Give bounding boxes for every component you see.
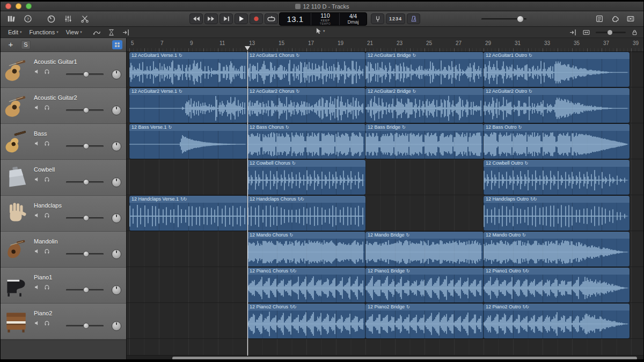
zoom-slider[interactable] bbox=[596, 32, 626, 33]
region-12-handclaps-verse-1[interactable]: 12 Handclaps Verse.1↻↻ bbox=[129, 196, 247, 231]
track-name[interactable]: Acoustic Guitar1 bbox=[34, 58, 77, 65]
track-pan-knob[interactable] bbox=[112, 321, 121, 331]
track-volume-slider[interactable] bbox=[66, 253, 104, 255]
menu-edit[interactable]: Edit▾ bbox=[8, 29, 21, 35]
lcd-display[interactable]: 13.1 110 KEEP TEMPO 4/4 Dmaj bbox=[279, 12, 367, 26]
track-volume-slider[interactable] bbox=[66, 73, 104, 75]
region-12-mando-bridge[interactable]: 12 Mando Bridge↻ bbox=[365, 232, 484, 267]
track-name[interactable]: Cowbell bbox=[34, 166, 55, 173]
region-12-acguitar1-verse-1[interactable]: 12 AcGuitar1 Verse.1↻ bbox=[129, 52, 247, 87]
lock-icon[interactable] bbox=[631, 29, 638, 36]
track-header-handclaps[interactable]: Handclaps bbox=[1, 196, 126, 232]
master-volume-thumb[interactable] bbox=[517, 16, 524, 23]
catch-icon[interactable] bbox=[122, 28, 130, 36]
region-12-cowbell-chorus[interactable]: 12 Cowbell Chorus↻ bbox=[247, 160, 365, 195]
track-header-acoustic-guitar1[interactable]: Acoustic Guitar1 bbox=[1, 52, 126, 88]
lcd-tempo[interactable]: 110 KEEP TEMPO bbox=[311, 13, 339, 25]
solo-headphones-icon[interactable] bbox=[44, 284, 50, 290]
close-button[interactable] bbox=[5, 3, 11, 9]
s-button[interactable]: S bbox=[21, 40, 31, 49]
track-volume-thumb[interactable] bbox=[83, 215, 89, 221]
quick-help-icon[interactable]: ? bbox=[24, 14, 32, 23]
record-button[interactable] bbox=[250, 13, 263, 24]
key-value[interactable]: Dmaj bbox=[347, 20, 358, 25]
pointer-tool-menu[interactable]: ▾ bbox=[314, 27, 325, 35]
track-volume-thumb[interactable] bbox=[83, 323, 89, 329]
mute-icon[interactable] bbox=[34, 320, 40, 326]
solo-headphones-icon[interactable] bbox=[44, 141, 50, 146]
track-pan-knob[interactable] bbox=[112, 142, 121, 151]
mute-icon[interactable] bbox=[34, 284, 40, 290]
region-12-piano1-chorus[interactable]: 12 Piano1 Chorus↻↻ bbox=[247, 268, 365, 302]
region-12-piano2-outro[interactable]: 12 Piano2 Outro↻↻ bbox=[484, 304, 630, 338]
tempo-value[interactable]: 110 bbox=[320, 13, 330, 19]
track-pan-knob[interactable] bbox=[112, 70, 121, 79]
region-12-handclaps-outro[interactable]: 12 Handclaps Outro↻↻ bbox=[484, 196, 630, 231]
region-12-bass-outro[interactable]: 12 Bass Outro↻ bbox=[484, 124, 630, 159]
catch-playhead-icon[interactable] bbox=[569, 28, 577, 36]
region-12-acguitar1-chorus[interactable]: 12 AcGuitar1 Chorus↻ bbox=[247, 52, 365, 87]
track-header-piano2[interactable]: Piano2 bbox=[1, 304, 126, 339]
solo-headphones-icon[interactable] bbox=[44, 176, 50, 182]
cycle-button[interactable] bbox=[265, 13, 278, 24]
track-name[interactable]: Mandolin bbox=[34, 238, 58, 245]
track-name[interactable]: Acoustic Guitar2 bbox=[34, 94, 77, 101]
track-header-bass[interactable]: Bass bbox=[1, 124, 126, 160]
lcd-position[interactable]: 13.1 bbox=[280, 13, 311, 25]
region-12-acguitar2-chorus[interactable]: 12 AcGuitar2 Chorus↻ bbox=[247, 88, 365, 123]
play-button[interactable] bbox=[235, 13, 248, 24]
region-12-mando-outro[interactable]: 12 Mando Outro↻ bbox=[484, 232, 630, 267]
track-volume-thumb[interactable] bbox=[83, 179, 89, 185]
track-name[interactable]: Piano1 bbox=[34, 274, 52, 280]
region-12-mando-chorus[interactable]: 12 Mando Chorus↻ bbox=[247, 232, 365, 267]
track-volume-thumb[interactable] bbox=[83, 143, 89, 149]
horizontal-scrollbar[interactable] bbox=[127, 355, 643, 359]
horizontal-scroll-thumb[interactable] bbox=[172, 357, 637, 359]
track-header-piano1[interactable]: Piano1 bbox=[1, 268, 126, 304]
mixer-icon[interactable] bbox=[64, 14, 72, 23]
time-signature-value[interactable]: 4/4 bbox=[349, 14, 357, 19]
solo-headphones-icon[interactable] bbox=[44, 248, 50, 254]
track-pan-knob[interactable] bbox=[112, 106, 121, 115]
track-volume-thumb[interactable] bbox=[83, 251, 89, 257]
mute-icon[interactable] bbox=[34, 69, 40, 75]
solo-headphones-icon[interactable] bbox=[44, 69, 50, 75]
region-12-cowbell-outro[interactable]: 12 Cowbell Outro↻ bbox=[484, 160, 630, 195]
mute-icon[interactable] bbox=[34, 248, 40, 254]
track-header-acoustic-guitar2[interactable]: Acoustic Guitar2 bbox=[1, 88, 126, 124]
playhead-line[interactable] bbox=[247, 51, 248, 356]
grid-view-toggle[interactable] bbox=[112, 40, 122, 49]
library-icon[interactable] bbox=[7, 14, 16, 23]
flex-icon[interactable] bbox=[107, 28, 115, 36]
track-header-cowbell[interactable]: Cowbell bbox=[1, 160, 126, 196]
mute-icon[interactable] bbox=[34, 141, 40, 146]
rewind-button[interactable] bbox=[189, 13, 203, 24]
count-in-button[interactable]: 1234 bbox=[386, 13, 405, 24]
region-12-acguitar2-verse-1[interactable]: 12 AcGuitar2 Verse.1↻ bbox=[129, 88, 247, 123]
lcd-key-signature[interactable]: 4/4 Dmaj bbox=[340, 13, 367, 25]
track-pan-knob[interactable] bbox=[112, 285, 121, 295]
menu-functions[interactable]: Functions▾ bbox=[29, 29, 58, 35]
track-pan-knob[interactable] bbox=[112, 249, 121, 259]
bar-ruler[interactable]: 579111315171921232527293133353739 bbox=[127, 38, 643, 52]
track-volume-slider[interactable] bbox=[66, 145, 104, 147]
region-12-acguitar1-outro[interactable]: 12 AcGuitar1 Outro↻ bbox=[484, 52, 630, 87]
track-volume-slider[interactable] bbox=[66, 181, 104, 183]
automation-icon[interactable] bbox=[93, 28, 101, 36]
track-name[interactable]: Bass bbox=[34, 130, 47, 137]
solo-headphones-icon[interactable] bbox=[44, 320, 50, 326]
media-browser-icon[interactable] bbox=[626, 14, 635, 23]
region-12-acguitar1-bridge[interactable]: 12 AcGuitar1 Bridge↻ bbox=[365, 52, 484, 87]
track-volume-thumb[interactable] bbox=[83, 107, 89, 113]
region-12-bass-verse-1[interactable]: 12 Bass Verse.1↻ bbox=[129, 124, 247, 159]
tuner-button[interactable] bbox=[371, 13, 384, 24]
track-name[interactable]: Handclaps bbox=[34, 202, 62, 209]
editors-icon[interactable] bbox=[80, 14, 89, 23]
track-volume-slider[interactable] bbox=[66, 325, 104, 327]
region-12-piano1-bridge[interactable]: 12 Piano1 Bridge↻ bbox=[365, 268, 484, 302]
mute-icon[interactable] bbox=[34, 212, 40, 218]
track-pan-knob[interactable] bbox=[112, 213, 121, 223]
region-12-piano1-outro[interactable]: 12 Piano1 Outro↻↻ bbox=[484, 268, 630, 302]
add-track-button[interactable]: + bbox=[6, 40, 16, 49]
auto-zoom-icon[interactable] bbox=[582, 28, 590, 36]
